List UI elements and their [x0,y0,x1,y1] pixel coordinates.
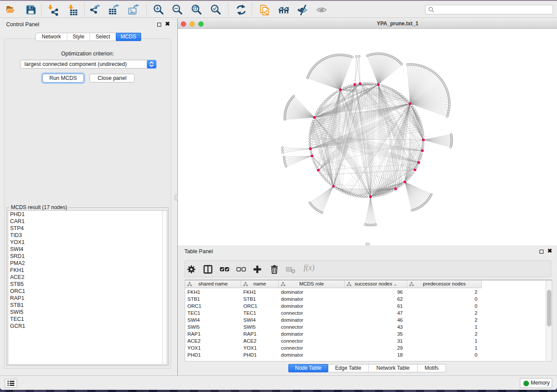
cell-pred[interactable]: 0 [407,351,482,358]
mcds-result-item[interactable]: PMA2 [8,260,163,267]
cell-shared_name[interactable]: ACE2 [185,337,241,344]
close-panel-button[interactable]: Close panel [90,74,135,83]
import-table-icon[interactable] [66,4,79,16]
tab-network[interactable]: Network [36,33,67,41]
horizontal-splitter-handle[interactable] [366,243,370,245]
cell-name[interactable]: ORC1 [241,303,279,309]
cell-name[interactable]: YOX1 [241,344,279,351]
minimize-traffic-light[interactable] [190,21,195,27]
cell-pred[interactable]: 0 [407,296,482,303]
cell-role[interactable]: dominator [279,296,345,303]
cell-succ[interactable]: 62 [345,296,407,303]
cell-succ[interactable]: 46 [345,316,407,323]
network-graph[interactable] [178,29,557,245]
cell-role[interactable]: dominator [279,316,345,323]
select-all-checked-icon[interactable] [220,265,229,275]
close-traffic-light[interactable] [181,21,186,27]
optimization-combobox[interactable]: largest connected component (undirected) [20,60,156,69]
search-input[interactable] [425,5,553,14]
cell-succ[interactable]: 47 [345,309,407,316]
zoom-out-icon[interactable] [172,4,184,16]
cell-name[interactable]: STB1 [241,296,279,303]
split-columns-icon[interactable] [203,265,213,275]
table-panel-float-button[interactable] [540,249,543,255]
table-scrollbar[interactable] [546,280,552,361]
cell-role[interactable]: dominator [279,289,345,296]
mcds-result-item[interactable]: FKH1 [8,267,163,274]
cell-role[interactable]: dominator [279,303,345,309]
zoom-in-icon[interactable] [153,4,165,16]
cell-shared_name[interactable]: FKH1 [185,289,241,296]
cell-shared_name[interactable]: PHD1 [185,351,241,358]
show-details-disabled-icon[interactable] [316,4,329,16]
mcds-result-item[interactable]: STP4 [8,225,163,232]
network-window-titlebar[interactable]: YPA_prune.txt_1 [178,18,557,29]
cell-role[interactable]: dominator [279,351,345,358]
mcds-result-item[interactable]: TID3 [8,232,163,239]
column-header-MCDS-role[interactable]: MCDS role [279,280,345,288]
mcds-result-item[interactable]: STB1 [8,302,163,309]
export-network-icon[interactable] [89,4,101,16]
mcds-result-item[interactable]: GCR1 [8,323,163,330]
memory-button[interactable]: Memory [520,378,552,388]
mcds-result-item[interactable]: SWI4 [8,246,163,253]
refresh-layout-icon[interactable] [235,4,247,16]
cell-shared_name[interactable]: YOX1 [185,344,241,351]
run-mcds-button[interactable]: Run MCDS [42,74,84,83]
mcds-result-item[interactable]: ACE2 [8,274,163,281]
open-folder-icon[interactable] [5,4,17,16]
mcds-result-item[interactable]: TEC1 [8,316,163,323]
mcds-result-item[interactable]: ORC1 [8,288,163,295]
copy-documents-icon[interactable] [259,4,271,16]
zoom-fit-icon[interactable] [191,4,203,16]
mcds-result-item[interactable]: YOX1 [8,239,163,246]
cell-role[interactable]: connector [279,344,345,351]
zoom-traffic-light[interactable] [198,21,204,27]
export-image-icon[interactable] [128,4,140,16]
cell-name[interactable]: SWI5 [241,323,279,330]
task-history-button[interactable] [5,379,17,388]
delete-column-icon[interactable] [270,265,279,275]
cell-role[interactable]: dominator [279,330,345,337]
cell-succ[interactable]: 96 [345,289,407,296]
tab-edge-table[interactable]: Edge Table [328,364,369,372]
hide-details-icon[interactable] [297,4,309,16]
add-column-icon[interactable] [253,265,262,275]
cell-shared_name[interactable]: ORC1 [185,303,241,309]
cell-shared_name[interactable]: SWI5 [185,323,241,330]
export-table-icon[interactable] [108,4,120,16]
column-header-predecessor-nodes[interactable]: predecessor nodes [407,280,482,288]
tab-mcds[interactable]: MCDS [116,33,141,41]
cell-succ[interactable]: 29 [345,344,407,351]
cell-role[interactable]: connector [279,337,345,344]
cell-succ[interactable]: 35 [345,330,407,337]
gear-icon[interactable] [187,265,196,275]
network-canvas[interactable] [178,29,557,245]
cell-name[interactable]: TEC1 [241,309,279,316]
cell-pred[interactable]: 1 [407,337,482,344]
table-panel-close-button[interactable]: ✖ [547,248,552,254]
column-header-shared-name[interactable]: shared name [185,280,241,288]
tab-motifs[interactable]: Motifs [418,364,446,372]
zoom-selected-icon[interactable] [210,4,222,16]
cell-name[interactable]: FKH1 [241,289,279,296]
cell-name[interactable]: RAP1 [241,330,279,337]
cell-succ[interactable]: 61 [345,303,407,309]
tab-select[interactable]: Select [90,33,116,41]
cell-pred[interactable]: 2 [407,289,482,296]
delete-table-disabled-icon[interactable] [286,265,295,275]
home-networks-icon[interactable] [278,4,290,16]
mcds-result-item[interactable]: SWI5 [8,309,163,316]
cell-pred[interactable]: 1 [407,344,482,351]
cell-name[interactable]: PHD1 [241,351,279,358]
cell-name[interactable]: SWI4 [241,316,279,323]
column-header-name[interactable]: name [241,280,279,288]
cell-succ[interactable]: 18 [345,351,407,358]
column-header-successor-nodes[interactable]: successor nodes ⌄ [345,280,407,288]
cell-pred[interactable]: 2 [407,330,482,337]
cell-shared_name[interactable]: STB1 [185,296,241,303]
cell-pred[interactable]: 2 [407,316,482,323]
cell-role[interactable]: connector [279,309,345,316]
cell-shared_name[interactable]: SWI4 [185,316,241,323]
vertical-splitter-handle[interactable] [174,195,178,200]
